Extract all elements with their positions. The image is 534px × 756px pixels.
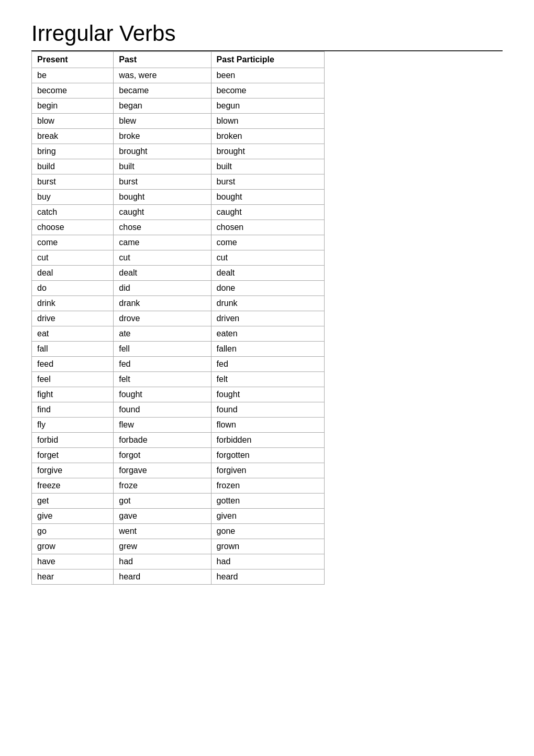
- cell-r28-c0: get: [32, 494, 114, 509]
- cell-r1-c2: become: [211, 83, 324, 98]
- cell-r32-c2: had: [211, 554, 324, 569]
- cell-r15-c0: drink: [32, 296, 114, 311]
- cell-r23-c1: flew: [114, 418, 211, 433]
- table-row: drinkdrankdrunk: [32, 296, 325, 311]
- cell-r9-c1: caught: [114, 205, 211, 220]
- table-row: bewas, werebeen: [32, 68, 325, 83]
- cell-r31-c2: grown: [211, 539, 324, 554]
- cell-r23-c0: fly: [32, 418, 114, 433]
- cell-r12-c2: cut: [211, 250, 324, 266]
- cell-r2-c0: begin: [32, 98, 114, 114]
- table-row: beginbeganbegun: [32, 98, 325, 114]
- table-row: bringbroughtbrought: [32, 144, 325, 159]
- cell-r17-c0: eat: [32, 326, 114, 342]
- cell-r13-c0: deal: [32, 266, 114, 281]
- cell-r31-c1: grew: [114, 539, 211, 554]
- col-header-present: Present: [32, 52, 114, 68]
- cell-r12-c0: cut: [32, 250, 114, 266]
- cell-r5-c1: brought: [114, 144, 211, 159]
- cell-r20-c0: feel: [32, 372, 114, 387]
- table-row: freezefrozefrozen: [32, 478, 325, 494]
- table-row: forbidforbadeforbidden: [32, 433, 325, 448]
- cell-r24-c2: forbidden: [211, 433, 324, 448]
- cell-r33-c2: heard: [211, 569, 324, 585]
- irregular-verbs-table: PresentPastPast Participle bewas, werebe…: [31, 51, 325, 585]
- cell-r10-c0: choose: [32, 220, 114, 235]
- cell-r11-c2: come: [211, 235, 324, 250]
- cell-r30-c2: gone: [211, 524, 324, 539]
- cell-r11-c1: came: [114, 235, 211, 250]
- cell-r25-c1: forgot: [114, 448, 211, 463]
- cell-r27-c2: frozen: [211, 478, 324, 494]
- cell-r26-c2: forgiven: [211, 463, 324, 478]
- cell-r13-c2: dealt: [211, 266, 324, 281]
- cell-r13-c1: dealt: [114, 266, 211, 281]
- cell-r7-c1: burst: [114, 174, 211, 190]
- cell-r26-c0: forgive: [32, 463, 114, 478]
- cell-r4-c0: break: [32, 129, 114, 144]
- table-row: gowentgone: [32, 524, 325, 539]
- cell-r2-c2: begun: [211, 98, 324, 114]
- cell-r31-c0: grow: [32, 539, 114, 554]
- cell-r0-c1: was, were: [114, 68, 211, 83]
- table-row: drivedrovedriven: [32, 311, 325, 326]
- cell-r1-c0: become: [32, 83, 114, 98]
- table-row: breakbrokebroken: [32, 129, 325, 144]
- cell-r19-c2: fed: [211, 357, 324, 372]
- table-row: becomebecamebecome: [32, 83, 325, 98]
- table-row: eatateeaten: [32, 326, 325, 342]
- table-row: hearheardheard: [32, 569, 325, 585]
- cell-r3-c2: blown: [211, 114, 324, 129]
- cell-r10-c1: chose: [114, 220, 211, 235]
- cell-r14-c0: do: [32, 281, 114, 296]
- table-row: getgotgotten: [32, 494, 325, 509]
- table-row: havehadhad: [32, 554, 325, 569]
- cell-r8-c1: bought: [114, 190, 211, 205]
- cell-r16-c1: drove: [114, 311, 211, 326]
- cell-r17-c2: eaten: [211, 326, 324, 342]
- cell-r7-c0: burst: [32, 174, 114, 190]
- cell-r22-c1: found: [114, 402, 211, 418]
- cell-r27-c0: freeze: [32, 478, 114, 494]
- cell-r30-c0: go: [32, 524, 114, 539]
- cell-r10-c2: chosen: [211, 220, 324, 235]
- cell-r18-c0: fall: [32, 342, 114, 357]
- cell-r14-c1: did: [114, 281, 211, 296]
- cell-r26-c1: forgave: [114, 463, 211, 478]
- cell-r17-c1: ate: [114, 326, 211, 342]
- cell-r18-c1: fell: [114, 342, 211, 357]
- cell-r5-c2: brought: [211, 144, 324, 159]
- cell-r14-c2: done: [211, 281, 324, 296]
- cell-r21-c0: fight: [32, 387, 114, 402]
- table-row: findfoundfound: [32, 402, 325, 418]
- cell-r6-c0: build: [32, 159, 114, 174]
- cell-r0-c0: be: [32, 68, 114, 83]
- table-row: buyboughtbought: [32, 190, 325, 205]
- cell-r6-c2: built: [211, 159, 324, 174]
- cell-r12-c1: cut: [114, 250, 211, 266]
- cell-r15-c1: drank: [114, 296, 211, 311]
- cell-r32-c0: have: [32, 554, 114, 569]
- cell-r21-c1: fought: [114, 387, 211, 402]
- table-row: growgrewgrown: [32, 539, 325, 554]
- table-row: dodiddone: [32, 281, 325, 296]
- cell-r0-c2: been: [211, 68, 324, 83]
- cell-r9-c0: catch: [32, 205, 114, 220]
- cell-r3-c0: blow: [32, 114, 114, 129]
- table-row: cutcutcut: [32, 250, 325, 266]
- cell-r20-c2: felt: [211, 372, 324, 387]
- table-row: feelfeltfelt: [32, 372, 325, 387]
- cell-r29-c1: gave: [114, 509, 211, 524]
- table-row: feedfedfed: [32, 357, 325, 372]
- cell-r11-c0: come: [32, 235, 114, 250]
- cell-r24-c0: forbid: [32, 433, 114, 448]
- cell-r16-c2: driven: [211, 311, 324, 326]
- cell-r21-c2: fought: [211, 387, 324, 402]
- cell-r8-c0: buy: [32, 190, 114, 205]
- table-row: forgiveforgaveforgiven: [32, 463, 325, 478]
- table-row: fallfellfallen: [32, 342, 325, 357]
- cell-r28-c2: gotten: [211, 494, 324, 509]
- cell-r18-c2: fallen: [211, 342, 324, 357]
- cell-r22-c2: found: [211, 402, 324, 418]
- cell-r25-c0: forget: [32, 448, 114, 463]
